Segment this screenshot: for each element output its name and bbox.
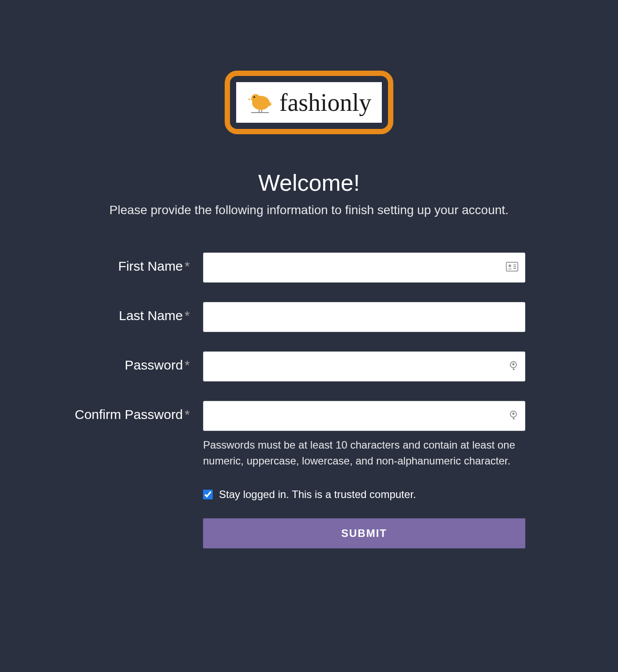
last-name-label: Last Name*	[119, 308, 190, 323]
signup-container: fashionly Welcome! Please provide the fo…	[53, 9, 565, 548]
password-hint: Passwords must be at least 10 characters…	[203, 437, 525, 469]
last-name-input[interactable]	[203, 302, 525, 332]
svg-point-2	[253, 96, 255, 98]
first-name-label: First Name*	[118, 259, 190, 273]
bird-icon	[247, 91, 273, 115]
confirm-password-input[interactable]	[203, 401, 525, 431]
page-title: Welcome!	[53, 170, 565, 196]
stay-logged-in-label: Stay logged in. This is a trusted comput…	[219, 488, 416, 501]
svg-point-1	[251, 94, 260, 103]
page-subtitle: Please provide the following information…	[53, 203, 565, 217]
logo-text: fashionly	[279, 88, 371, 117]
password-label: Password*	[125, 358, 190, 372]
submit-button[interactable]: SUBMIT	[203, 518, 525, 548]
first-name-input[interactable]	[203, 253, 525, 283]
stay-logged-in-row: Stay logged in. This is a trusted comput…	[203, 488, 565, 501]
required-marker: *	[185, 407, 190, 422]
required-marker: *	[185, 308, 190, 323]
password-input[interactable]	[203, 351, 525, 381]
password-row: Password*	[53, 351, 565, 381]
logo-wrapper: fashionly	[53, 71, 565, 134]
logo: fashionly	[236, 82, 382, 123]
required-marker: *	[185, 259, 190, 273]
confirm-password-row: Confirm Password* Passwords must be at l…	[53, 401, 565, 469]
stay-logged-in-checkbox[interactable]	[203, 490, 213, 499]
confirm-password-label: Confirm Password*	[75, 407, 190, 422]
required-marker: *	[185, 358, 190, 372]
first-name-row: First Name*	[53, 253, 565, 283]
logo-highlight-box: fashionly	[225, 71, 393, 134]
last-name-row: Last Name*	[53, 302, 565, 332]
